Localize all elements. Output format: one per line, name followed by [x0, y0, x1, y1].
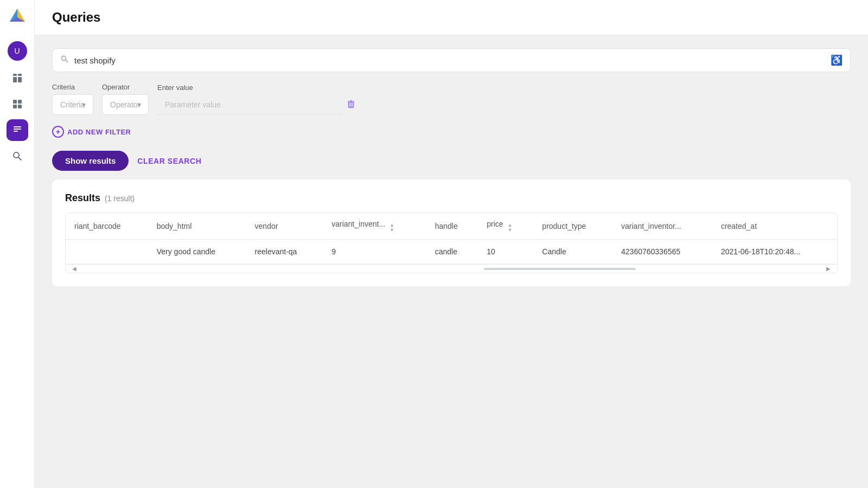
results-card: Results (1 result) riant_barcode body_ht…: [52, 179, 851, 286]
criteria-filter-group: Criteria Criteria ▼: [52, 83, 93, 115]
table-body: Very good candle reelevant-qa 9 candle 1…: [66, 240, 837, 264]
table-scroll-row: ◀ ▶: [66, 264, 837, 273]
svg-rect-3: [18, 77, 22, 82]
show-results-button[interactable]: Show results: [52, 151, 129, 171]
sidebar-item-search[interactable]: [7, 145, 28, 167]
value-filter-group: Enter value: [157, 84, 356, 115]
clear-search-icon[interactable]: ♿: [831, 54, 843, 66]
cell-variant-inventory: 9: [323, 240, 426, 264]
col-vendor: vendor: [246, 213, 323, 240]
results-title: Results: [65, 192, 100, 204]
value-label: Enter value: [157, 84, 356, 92]
table-header: riant_barcode body_html vendor variant_i…: [66, 213, 837, 240]
page-title: Queries: [52, 10, 851, 25]
delete-filter-icon[interactable]: [346, 99, 356, 111]
cell-price: 10: [478, 240, 533, 264]
add-filter-icon: +: [52, 126, 64, 138]
sidebar-item-queries[interactable]: [7, 119, 28, 141]
content-area: ♿ Criteria Criteria ▼ Operator Operato: [35, 35, 868, 488]
value-input-wrap: [157, 95, 356, 115]
page-header: Queries: [35, 0, 868, 35]
svg-rect-2: [13, 77, 17, 82]
results-table-wrap: riant_barcode body_html vendor variant_i…: [65, 213, 838, 273]
svg-rect-0: [13, 74, 17, 76]
svg-rect-6: [13, 105, 17, 108]
app-logo: [8, 7, 27, 28]
sort-arrows-variant-inventory: ▲▼: [390, 223, 394, 233]
cell-variant-barcode: [66, 240, 148, 264]
operator-filter-group: Operator Operator ▼: [102, 83, 149, 115]
cell-product-type: Candle: [533, 240, 612, 264]
results-table: riant_barcode body_html vendor variant_i…: [66, 213, 837, 264]
cell-created-at: 2021-06-18T10:20:48...: [712, 240, 837, 264]
sidebar: U: [0, 0, 35, 488]
col-price[interactable]: price ▲▼: [478, 213, 533, 240]
cell-body-html: Very good candle: [148, 240, 246, 264]
criteria-select[interactable]: Criteria: [52, 94, 93, 115]
cell-handle: candle: [426, 240, 478, 264]
search-bar: ♿: [52, 48, 851, 72]
horizontal-scrollbar[interactable]: [484, 268, 636, 270]
search-input[interactable]: [74, 56, 831, 65]
user-avatar[interactable]: U: [8, 41, 27, 61]
value-input[interactable]: [157, 95, 342, 115]
operator-label: Operator: [102, 83, 149, 91]
operator-select[interactable]: Operator: [102, 94, 149, 115]
col-product-type: product_type: [533, 213, 612, 240]
operator-select-wrap: Operator ▼: [102, 94, 149, 115]
criteria-select-wrap: Criteria ▼: [52, 94, 93, 115]
add-filter-label: ADD NEW FILTER: [67, 128, 131, 136]
svg-rect-1: [18, 74, 22, 76]
cell-variant-inventory2: 42360760336565: [612, 240, 712, 264]
table-header-row: riant_barcode body_html vendor variant_i…: [66, 213, 837, 240]
actions-row: Show results CLEAR SEARCH: [52, 151, 851, 171]
main-content: Queries ♿ Criteria Criteria ▼: [35, 0, 868, 488]
sidebar-item-dashboard[interactable]: [7, 67, 28, 89]
scroll-left-icon[interactable]: ◀: [70, 266, 79, 272]
criteria-label: Criteria: [52, 83, 93, 91]
avatar-initial: U: [14, 47, 20, 55]
sort-arrows-price: ▲▼: [507, 223, 512, 233]
scroll-right-icon[interactable]: ▶: [824, 266, 833, 272]
svg-rect-5: [18, 100, 22, 104]
search-icon: [60, 55, 69, 66]
results-header: Results (1 result): [65, 192, 838, 204]
filters-row: Criteria Criteria ▼ Operator Operator ▼: [52, 83, 851, 115]
clear-search-button[interactable]: CLEAR SEARCH: [137, 157, 201, 165]
col-handle: handle: [426, 213, 478, 240]
col-variant-inventory2: variant_inventor...: [612, 213, 712, 240]
col-created-at: created_at: [712, 213, 837, 240]
col-variant-barcode: riant_barcode: [66, 213, 148, 240]
svg-rect-4: [13, 100, 17, 104]
col-variant-inventory[interactable]: variant_invent... ▲▼: [323, 213, 426, 240]
add-filter-row[interactable]: + ADD NEW FILTER: [52, 126, 851, 138]
results-count: (1 result): [105, 194, 135, 203]
svg-rect-7: [18, 105, 22, 108]
col-body-html: body_html: [148, 213, 246, 240]
table-row: Very good candle reelevant-qa 9 candle 1…: [66, 240, 837, 264]
sidebar-item-widgets[interactable]: [7, 93, 28, 115]
cell-vendor: reelevant-qa: [246, 240, 323, 264]
